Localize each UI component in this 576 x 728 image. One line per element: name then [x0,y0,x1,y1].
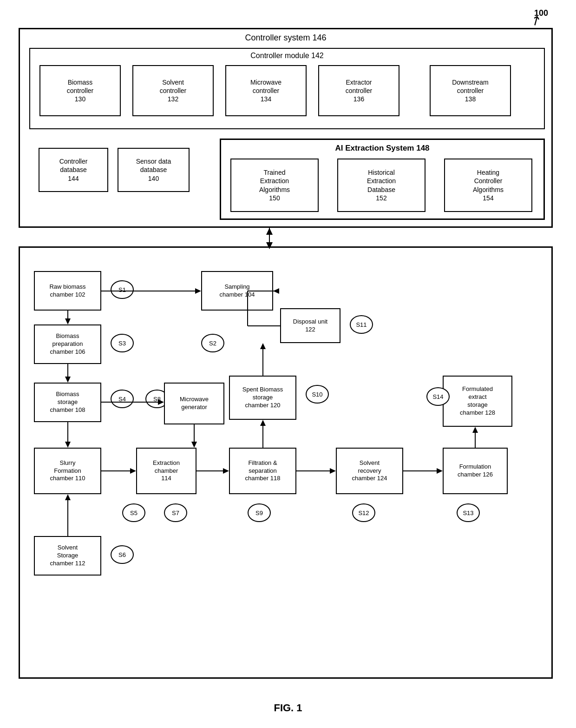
svg-marker-21 [260,420,266,426]
sensor-s10: S10 [306,385,329,404]
raw-biomass-chamber: Raw biomasschamber 102 [34,271,101,311]
svg-marker-9 [65,442,71,448]
formulation-label: Formulationchamber 126 [458,463,493,479]
svg-marker-15 [330,468,336,474]
historical-extraction-box: HistoricalExtractionDatabase152 [337,159,425,212]
historical-extraction-label: HistoricalExtractionDatabase152 [367,168,396,202]
controller-module-box: Controller module 142 Biomasscontroller1… [29,48,545,129]
extraction-label: Extractionchamber114 [153,459,180,483]
controller-database-144: Controllerdatabase144 [39,148,108,192]
sensor-s3: S3 [111,334,134,352]
biomass-controller-box: Biomasscontroller130 [39,65,121,116]
svg-marker-13 [223,468,229,474]
lower-diagram-box: Raw biomasschamber 102 S1 Samplingchambe… [19,246,553,679]
biomass-prep-label: Biomasspreparationchamber 106 [50,332,85,356]
sensor-s13: S13 [457,503,480,522]
biomass-storage-label: Biomassstoragechamber 108 [50,390,85,414]
disposal-unit: Disposal unit122 [280,308,340,343]
downstream-controller-box: Downstreamcontroller138 [430,65,511,116]
formulated-extract-chamber: Formulatedextractstoragechamber 128 [443,376,512,427]
microwave-gen-label: Microwavegenerator [180,396,209,411]
solvent-storage-chamber: SolventStoragechamber 112 [34,536,101,576]
controller-module-label: Controller module 142 [30,52,544,60]
svg-marker-30 [273,288,279,294]
sensor-s1: S1 [111,280,134,299]
svg-marker-5 [65,318,71,324]
formulation-chamber: Formulationchamber 126 [443,448,508,494]
solvent-storage-label: SolventStoragechamber 112 [50,544,85,568]
sensor-s9: S9 [248,503,271,522]
slurry-formation-chamber: SlurryFormationchamber 110 [34,448,101,494]
microwave-controller-label: Microwavecontroller134 [250,78,281,104]
biomass-prep-chamber: Biomasspreparationchamber 106 [34,324,101,364]
controller-system-label: Controller system 146 [20,33,551,43]
svg-marker-7 [65,377,71,383]
sensor-s12: S12 [352,503,375,522]
heating-controller-label: HeatingControllerAlgorithms154 [473,168,504,202]
svg-marker-26 [195,288,201,294]
microwave-generator: Microwavegenerator [164,383,224,424]
extraction-chamber: Extractionchamber114 [136,448,196,494]
solvent-recovery-chamber: Solventrecoverychamber 124 [336,448,403,494]
sampling-label: Samplingchamber 104 [220,283,255,299]
ctrl-db-label: Controllerdatabase144 [59,157,88,183]
trained-extraction-label: TrainedExtractionAlgorithms150 [259,168,290,202]
filtration-label: Filtration &separationchamber 118 [245,459,281,483]
extractor-controller-box: Extractorcontroller136 [318,65,399,116]
spent-biomass-label: Spent Biomassstoragechamber 120 [242,386,283,410]
sensor-s7: S7 [164,503,187,522]
sensor-db-label: Sensor datadatabase140 [136,157,171,183]
downstream-controller-label: Downstreamcontroller138 [452,78,489,104]
solvent-controller-label: Solventcontroller132 [160,78,187,104]
ai-extraction-system-box: AI Extraction System 148 TrainedExtracti… [220,139,545,220]
svg-marker-3 [266,228,273,235]
extractor-controller-label: Extractorcontroller136 [346,78,373,104]
svg-marker-19 [472,427,478,433]
heating-controller-box: HeatingControllerAlgorithms154 [444,159,532,212]
sensor-s14: S14 [426,387,450,406]
solvent-controller-box: Solventcontroller132 [132,65,214,116]
trained-extraction-box: TrainedExtractionAlgorithms150 [230,159,319,212]
svg-marker-17 [437,468,443,474]
biomass-storage-chamber: Biomassstoragechamber 108 [34,383,101,422]
svg-marker-36 [65,494,71,500]
filtration-chamber: Filtration &separationchamber 118 [229,448,296,494]
sensor-s5: S5 [122,503,145,522]
sensor-s6: S6 [111,545,134,564]
sampling-chamber: Samplingchamber 104 [201,271,273,311]
sensor-s4: S4 [111,390,134,408]
controller-system-box: Controller system 146 Controller module … [19,28,553,228]
spent-biomass-chamber: Spent Biomassstoragechamber 120 [229,376,296,420]
formulated-extract-label: Formulatedextractstoragechamber 128 [460,385,495,417]
fig-label: FIG. 1 [0,702,576,714]
slurry-label: SlurryFormationchamber 110 [50,459,85,483]
svg-marker-23 [260,343,266,349]
raw-biomass-label: Raw biomasschamber 102 [49,283,85,299]
biomass-controller-label: Biomasscontroller130 [67,78,94,104]
microwave-controller-box: Microwavecontroller134 [225,65,307,116]
sensor-s11: S11 [350,315,373,334]
solvent-recovery-label: Solventrecoverychamber 124 [352,459,387,483]
disposal-label: Disposal unit122 [293,318,327,334]
svg-marker-11 [130,468,136,474]
page-container: 100 ↗ Controller system 146 Controller m… [0,0,576,728]
ai-system-label: AI Extraction System 148 [221,144,543,153]
svg-marker-32 [191,442,197,448]
sensor-data-database-140: Sensor datadatabase140 [118,148,190,192]
sensor-s2: S2 [201,334,224,352]
